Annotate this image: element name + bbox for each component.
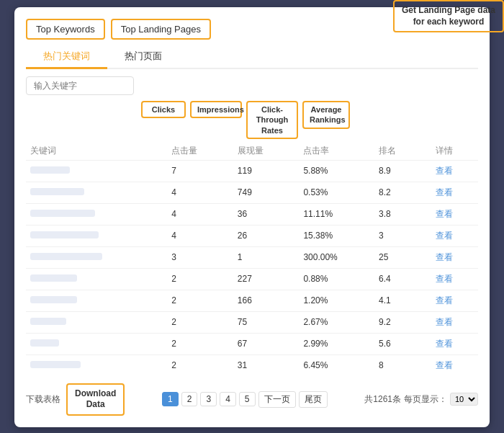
table-row: 7 119 5.88% 8.9 查看 [26, 160, 478, 182]
page-btn-2[interactable]: 2 [181, 392, 198, 406]
tab-hot-keywords[interactable]: 热门关键词 [26, 45, 107, 69]
clicks-cell: 4 [167, 225, 233, 246]
pagination: 12345下一页尾页 [162, 391, 327, 408]
table-row: 4 26 15.38% 3 查看 [26, 225, 478, 246]
landing-page-annotation: Get Landing Page datafor each keyword [393, 0, 504, 32]
ctr-cell: 2.67% [299, 311, 374, 333]
keyword-cell [26, 160, 167, 182]
rank-annotation: AverageRankings [302, 101, 350, 129]
main-card: Top Keywords Top Landing Pages Get Landi… [14, 7, 490, 427]
clicks-cell: 4 [167, 182, 233, 203]
download-label: 下载表格 [26, 393, 60, 406]
page-btn-3[interactable]: 3 [200, 392, 217, 406]
impressions-cell: 36 [233, 203, 300, 225]
rank-cell: 4.1 [374, 290, 431, 311]
th-clicks: 点击量 [167, 142, 233, 161]
header-section: Top Keywords Top Landing Pages Get Landi… [26, 19, 478, 40]
impressions-cell: 67 [233, 333, 300, 354]
keyword-cell [26, 290, 167, 311]
page-btn-4[interactable]: 4 [220, 392, 236, 406]
rank-cell: 8.2 [374, 182, 431, 203]
per-page-select[interactable]: 10 20 50 [450, 393, 478, 406]
th-ctr: 点击率 [299, 142, 374, 161]
clicks-cell: 2 [167, 354, 233, 376]
clicks-cell: 2 [167, 311, 233, 333]
ctr-cell: 1.20% [299, 290, 374, 311]
next-page-btn[interactable]: 下一页 [258, 391, 296, 408]
impressions-cell: 31 [233, 354, 300, 376]
detail-link[interactable]: 查看 [431, 311, 478, 333]
per-page: 共1261条 每页显示： 10 20 50 [364, 393, 478, 406]
ctr-cell: 15.38% [299, 225, 374, 246]
clicks-cell: 7 [167, 160, 233, 182]
table-row: 2 67 2.99% 5.6 查看 [26, 333, 478, 354]
download-data-btn[interactable]: DownloadData [66, 383, 125, 416]
keyword-search-input[interactable] [26, 76, 134, 95]
keyword-cell [26, 225, 167, 246]
col-annotations: Clicks Impressions Click-ThroughRates Av… [26, 101, 478, 139]
keyword-cell [26, 333, 167, 354]
detail-link[interactable]: 查看 [431, 268, 478, 290]
rank-cell: 8 [374, 354, 431, 376]
rank-cell: 3.8 [374, 203, 431, 225]
table-row: 2 166 1.20% 4.1 查看 [26, 290, 478, 311]
rank-cell: 3 [374, 225, 431, 246]
impressions-cell: 119 [233, 160, 300, 182]
clicks-cell: 3 [167, 246, 233, 268]
impressions-cell: 227 [233, 268, 300, 290]
ctr-cell: 6.45% [299, 354, 374, 376]
detail-link[interactable]: 查看 [431, 203, 478, 225]
page-btn-1[interactable]: 1 [162, 392, 179, 406]
impressions-cell: 749 [233, 182, 300, 203]
rank-cell: 5.6 [374, 333, 431, 354]
last-page-btn[interactable]: 尾页 [299, 391, 328, 408]
table-row: 3 1 300.00% 25 查看 [26, 246, 478, 268]
ctr-cell: 2.99% [299, 333, 374, 354]
detail-link[interactable]: 查看 [431, 182, 478, 203]
top-landing-pages-btn[interactable]: Top Landing Pages [111, 19, 211, 40]
keyword-cell [26, 182, 167, 203]
detail-link[interactable]: 查看 [431, 354, 478, 376]
footer: 下载表格 DownloadData 12345下一页尾页 共1261条 每页显示… [26, 383, 478, 416]
rank-cell: 9.2 [374, 311, 431, 333]
ctr-cell: 0.53% [299, 182, 374, 203]
ctr-cell: 11.11% [299, 203, 374, 225]
clicks-cell: 2 [167, 268, 233, 290]
keyword-cell [26, 203, 167, 225]
ctr-annotation: Click-ThroughRates [246, 101, 298, 139]
rank-cell: 25 [374, 246, 431, 268]
th-detail: 详情 [431, 142, 478, 161]
detail-link[interactable]: 查看 [431, 246, 478, 268]
detail-link[interactable]: 查看 [431, 160, 478, 182]
ctr-cell: 0.88% [299, 268, 374, 290]
clicks-annotation: Clicks [141, 101, 186, 118]
rank-cell: 8.9 [374, 160, 431, 182]
detail-link[interactable]: 查看 [431, 333, 478, 354]
ctr-cell: 300.00% [299, 246, 374, 268]
table-row: 2 31 6.45% 8 查看 [26, 354, 478, 376]
page-btn-5[interactable]: 5 [239, 392, 256, 406]
impressions-cell: 75 [233, 311, 300, 333]
detail-link[interactable]: 查看 [431, 225, 478, 246]
footer-left: 下载表格 DownloadData [26, 383, 125, 416]
keywords-table: 关键词 点击量 展现量 点击率 排名 详情 7 119 5.88% 8.9 查看… [26, 142, 478, 376]
table-row: 4 749 0.53% 8.2 查看 [26, 182, 478, 203]
clicks-cell: 2 [167, 290, 233, 311]
top-keywords-btn[interactable]: Top Keywords [26, 19, 105, 40]
impressions-cell: 166 [233, 290, 300, 311]
table-row: 2 227 0.88% 6.4 查看 [26, 268, 478, 290]
tab-hot-pages[interactable]: 热门页面 [107, 45, 179, 69]
per-page-label: 每页显示： [404, 393, 447, 406]
clicks-cell: 4 [167, 203, 233, 225]
rank-cell: 6.4 [374, 268, 431, 290]
detail-link[interactable]: 查看 [431, 290, 478, 311]
th-rank: 排名 [374, 142, 431, 161]
total-count: 共1261条 [364, 393, 401, 406]
table-row: 4 36 11.11% 3.8 查看 [26, 203, 478, 225]
impressions-annotation: Impressions [190, 101, 242, 118]
keyword-cell [26, 311, 167, 333]
th-impressions: 展现量 [233, 142, 300, 161]
impressions-cell: 26 [233, 225, 300, 246]
ctr-cell: 5.88% [299, 160, 374, 182]
table-row: 2 75 2.67% 9.2 查看 [26, 311, 478, 333]
